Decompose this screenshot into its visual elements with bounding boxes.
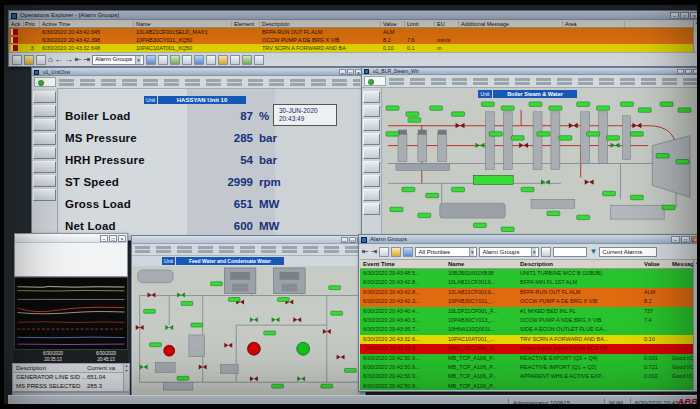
sidebar-button[interactable] (33, 119, 56, 131)
sidebar-button[interactable] (363, 105, 380, 117)
close-icon[interactable] (693, 69, 697, 74)
alarm-row[interactable]: 6/30/2020 20:43:35.7... 10HNA110Q001L...… (360, 325, 693, 334)
alarm-row[interactable]: 3 6/30/2020 20:43:32.648 10PAC10AT001_XQ… (9, 44, 697, 52)
toolbar-icon[interactable] (158, 55, 168, 65)
close-icon[interactable]: × (691, 236, 697, 243)
toolbar-icon[interactable] (230, 55, 240, 65)
minimize-icon[interactable] (677, 69, 684, 74)
chevron-down-icon[interactable]: ▾ (135, 56, 141, 64)
col-name[interactable]: Name (136, 21, 232, 27)
unit-overview-display[interactable]: Unit HASSYAN Unit 10 30-JUN-2020 20:43:4… (59, 89, 362, 239)
ack-indicator[interactable] (11, 37, 18, 43)
alarm-line-header[interactable]: Ack Prio Active Time Name Element Descri… (9, 20, 697, 28)
legend-header[interactable]: Description Current va (13, 364, 129, 373)
alarm-row[interactable]: 6/30/2020 20:43:40.3... 10PAB30CY013_...… (360, 316, 693, 325)
chevron-down-icon[interactable]: ▾ (469, 248, 475, 256)
col-description[interactable]: Description (520, 261, 642, 267)
close-icon[interactable]: × (118, 235, 126, 242)
col-limit[interactable]: Limit (407, 21, 435, 27)
nav-shortcut-grid[interactable] (132, 244, 365, 256)
scroll-up-icon[interactable]: ▲ (694, 20, 697, 25)
alarm-row[interactable]: 6/30/2020 20:43:42.398 10PAB30CY011_XQ50… (9, 36, 697, 44)
toolbar-icon[interactable] (391, 247, 401, 257)
print-icon[interactable] (403, 247, 413, 257)
col-ack[interactable]: Ack (11, 21, 24, 27)
toolbar-icon[interactable] (24, 55, 34, 65)
toolbar-icon[interactable] (170, 55, 180, 65)
alarm-row[interactable]: 6/30/2020 20:42:50.9... MB_TCP_A106_P...… (360, 363, 693, 372)
toolbar-icon[interactable] (36, 55, 46, 65)
alarm-row[interactable]: 6/30/2020 20:43:42.8... 10LAB21CF001S...… (360, 288, 693, 297)
toolbar-icon[interactable] (379, 247, 389, 257)
home-icon[interactable]: ⌂ (48, 55, 53, 65)
maximize-icon[interactable] (685, 69, 692, 74)
scroll-up-icon[interactable]: ▲ (694, 260, 697, 265)
filter-funnel-icon[interactable]: ▼ (589, 247, 597, 257)
title-bar[interactable]: u1_UnitOvw –□× (32, 68, 363, 76)
groups-combo[interactable]: Alarm Groups ▾ (479, 247, 539, 257)
col-element[interactable]: Element (234, 21, 260, 27)
legend-row[interactable]: GENERATOR LINE SID ... 651.04 (13, 373, 129, 382)
alarm-table-header[interactable]: Event Time Name Description Value Messag… (360, 260, 693, 269)
sidebar-button[interactable] (363, 203, 380, 215)
unit-badge[interactable]: Unit (478, 90, 492, 98)
title-bar[interactable]: u1_BLR_Steam_Wtr (362, 68, 697, 75)
minimize-icon[interactable]: – (670, 12, 679, 19)
nav-shortcut-grid[interactable] (389, 77, 697, 85)
toolbar-icon[interactable] (12, 55, 22, 65)
display-group-combo[interactable]: Alarm Groups ▾ (92, 55, 144, 65)
ack-indicator[interactable] (11, 29, 18, 35)
trend-display[interactable] (14, 277, 128, 350)
boiler-pid-diagram[interactable]: Unit Boiler Steam & Water (382, 88, 697, 235)
unit-badge[interactable]: Unit (144, 96, 157, 104)
sidebar-button[interactable] (33, 147, 56, 159)
sidebar-button[interactable] (363, 161, 380, 173)
back-icon[interactable]: ← (55, 55, 63, 65)
view-combo[interactable]: Current Alarms (599, 247, 657, 257)
forward-icon[interactable]: → (65, 55, 73, 65)
unit-badge[interactable]: Unit (162, 257, 175, 265)
alarm-row[interactable]: 6/30/2020 20:42:50.9... SMO_SECURE_S... … (360, 344, 693, 353)
sidebar-button[interactable] (363, 175, 380, 187)
alarm-row[interactable]: 6/30/2020 20:42:50.9... MB_TCP_A106_P... (360, 382, 693, 390)
priorities-combo[interactable]: All Priorities ▾ (415, 247, 477, 257)
sidebar-button[interactable] (363, 91, 380, 103)
toolbar-icon[interactable] (182, 55, 192, 65)
col-additional-message[interactable]: Additional Message (461, 21, 563, 27)
alarm-row[interactable]: 6/30/2020 20:43:42.045 10LAB21CF001SELD_… (9, 28, 697, 36)
alarm-row[interactable]: 6/30/2020 20:42:50.9... MB_TCP_A106_P...… (360, 354, 693, 363)
minimize-icon[interactable]: – (100, 235, 108, 242)
chevron-down-icon[interactable]: ▾ (531, 248, 537, 256)
col-value[interactable]: Value (383, 21, 405, 27)
scrollbar-vertical[interactable]: ▲ (693, 260, 697, 390)
maximize-icon[interactable]: □ (681, 236, 690, 243)
title-bar[interactable]: –□× (15, 234, 127, 243)
toolbar-icon[interactable] (218, 55, 228, 65)
alarm-row[interactable]: 6/30/2020 20:42:50.9... MB_TCP_A106_P...… (360, 372, 693, 381)
col-event-time[interactable]: Event Time (363, 261, 447, 267)
sidebar-button[interactable] (363, 119, 380, 131)
feedwater-pid-diagram[interactable] (133, 266, 364, 396)
scroll-down-icon[interactable]: ▼ (124, 369, 129, 374)
maximize-icon[interactable]: □ (680, 12, 689, 19)
sidebar-button[interactable] (33, 91, 56, 103)
col-prio[interactable]: Prio (25, 21, 40, 27)
col-area[interactable]: Area (565, 21, 625, 27)
col-name[interactable]: Name (448, 261, 518, 267)
maximize-icon[interactable]: □ (349, 237, 356, 243)
col-active-time[interactable]: Active Time (42, 21, 134, 27)
alarm-row[interactable]: 6/30/2020 20:43:48.5... 10BJB01A01XB38 U… (360, 269, 693, 278)
alarm-row[interactable]: 6/30/2020 20:43:40.4... 10LDF21CF001_F..… (360, 307, 693, 316)
sidebar-button[interactable] (363, 189, 380, 201)
sidebar-button[interactable] (33, 105, 56, 117)
sidebar-button[interactable] (33, 189, 56, 201)
filter-input[interactable] (553, 247, 587, 257)
title-bar[interactable]: –□× (132, 236, 365, 244)
toolbar-icon[interactable] (242, 55, 252, 65)
ack-indicator[interactable] (11, 45, 18, 51)
last-icon[interactable]: ⇥ (84, 55, 91, 65)
legend-row[interactable]: MS PRESS SELECTED 285.3 (13, 382, 129, 391)
ack-all-icon[interactable]: ⇥ (371, 247, 378, 257)
toolbar-icon[interactable] (206, 55, 216, 65)
close-icon[interactable]: × (690, 12, 697, 19)
